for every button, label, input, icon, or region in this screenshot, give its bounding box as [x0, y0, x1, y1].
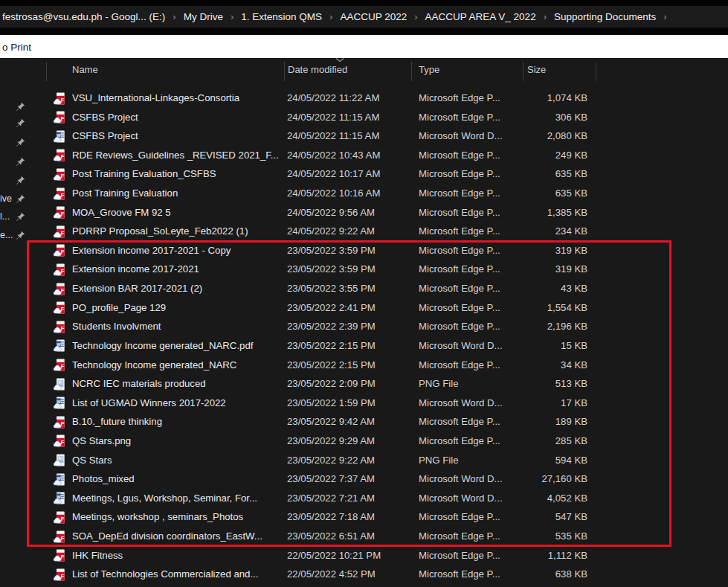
file-size: 43 KB	[487, 279, 587, 298]
png-file-icon	[54, 378, 66, 391]
file-name: B.10._future thinking	[72, 412, 280, 432]
svg-text:W: W	[57, 342, 61, 347]
file-size: 2,196 KB	[487, 317, 587, 336]
file-name: PO_profile_Page 129	[72, 298, 280, 318]
file-name: Extension BAR 2017-2021 (2)	[72, 279, 280, 298]
file-name: SOA_DepEd division coordinators_EastW...	[72, 527, 280, 546]
pdf-file-icon: F	[54, 225, 66, 238]
column-divider[interactable]	[523, 62, 524, 81]
breadcrumb-item[interactable]: AACCUP AREA V_ 2022	[425, 11, 536, 22]
file-row[interactable]: F Meetings, workshop , seminars_Photos 2…	[0, 507, 728, 527]
file-row[interactable]: F PDRRP Proposal_SoLeyte_Feb2022 (1) 24/…	[0, 222, 728, 241]
file-date-modified: 24/05/2022 11:15 AM	[287, 126, 412, 146]
file-date-modified: 23/05/2022 2:39 PM	[287, 317, 412, 336]
file-size: 319 KB	[487, 260, 587, 279]
explorer-window: festrosas@vsu.edu.ph - Googl... (E:) ›My…	[0, 0, 728, 587]
file-date-modified: 23/05/2022 9:42 AM	[287, 412, 412, 432]
file-size: 2,080 KB	[487, 126, 587, 146]
svg-text:W: W	[57, 495, 61, 499]
file-name: Post Training Evaluation	[72, 184, 280, 203]
toolbar-strip: o Print	[0, 35, 728, 58]
file-row[interactable]: QS Stars 23/05/2022 9:22 AM PNG File 594…	[0, 451, 728, 470]
file-size: 594 KB	[487, 451, 587, 470]
file-row[interactable]: F Post Training Evaluation 24/05/2022 10…	[0, 184, 728, 203]
file-row[interactable]: F Students Involvment 23/05/2022 2:39 PM…	[0, 317, 728, 336]
breadcrumb: festrosas@vsu.edu.ph - Googl... (E:) ›My…	[0, 6, 728, 28]
file-date-modified: 23/05/2022 9:22 AM	[287, 451, 412, 470]
file-date-modified: 24/05/2022 10:43 AM	[287, 146, 412, 165]
breadcrumb-item[interactable]: 1. Extension QMS	[241, 11, 322, 22]
file-size: 4,052 KB	[487, 489, 587, 508]
file-date-modified: 22/05/2022 10:21 PM	[287, 546, 412, 565]
breadcrumb-item[interactable]: My Drive	[184, 11, 223, 22]
word-file-icon: W	[54, 492, 66, 504]
file-row[interactable]: F Extension BAR 2017-2021 (2) 23/05/2022…	[0, 279, 728, 298]
pdf-file-icon: F	[54, 283, 66, 295]
file-row[interactable]: F RDE Reviews_Guidelines _REVISED 2021_F…	[0, 146, 728, 165]
breadcrumb-separator-icon: ›	[173, 11, 175, 22]
file-row[interactable]: F IHK Fitness 22/05/2022 10:21 PM Micros…	[0, 546, 728, 565]
pdf-file-icon: F	[54, 321, 66, 333]
file-name: Students Involvment	[72, 317, 280, 336]
file-size: 547 KB	[487, 507, 587, 527]
file-row[interactable]: F List of Technologies Commercialized an…	[0, 565, 728, 584]
column-header-size[interactable]: Size	[527, 64, 546, 75]
breadcrumb-item[interactable]: Supporting Documents	[554, 11, 656, 22]
file-list-pane: ive l... e... NameDate modifiedTypeSize …	[0, 58, 728, 587]
print-label-fragment[interactable]: o Print	[2, 42, 31, 53]
file-row[interactable]: W CSFBS Project 24/05/2022 11:15 AM Micr…	[0, 126, 728, 146]
file-row[interactable]: F QS Stars.png 23/05/2022 9:29 AM Micros…	[0, 432, 728, 451]
png-file-icon	[54, 454, 66, 466]
file-row[interactable]: F Extension income 2017-2021 23/05/2022 …	[0, 260, 728, 279]
file-name: Meetings, workshop , seminars_Photos	[72, 507, 280, 527]
svg-text:W: W	[57, 475, 61, 480]
file-date-modified: 23/05/2022 7:18 AM	[287, 507, 412, 527]
file-row[interactable]: F MOA_Groove FM 92 5 24/05/2022 9:56 AM …	[0, 203, 728, 222]
column-header-name[interactable]: Name	[72, 64, 98, 75]
word-file-icon: W	[54, 130, 66, 143]
file-row[interactable]: NCRC IEC materials produced 23/05/2022 2…	[0, 374, 728, 394]
file-row[interactable]: F SOA_DepEd division coordinators_EastW.…	[0, 527, 728, 546]
column-divider[interactable]	[284, 62, 285, 81]
file-date-modified: 23/05/2022 3:59 PM	[287, 260, 412, 279]
column-header-date_modified[interactable]: Date modified	[288, 64, 347, 75]
file-row[interactable]: F Technology Income generated_NARC 23/05…	[0, 356, 728, 375]
column-divider[interactable]	[411, 62, 412, 81]
file-date-modified: 23/05/2022 7:37 AM	[287, 469, 412, 489]
address-bar: festrosas@vsu.edu.ph - Googl... (E:) ›My…	[0, 0, 728, 35]
breadcrumb-item[interactable]: AACCUP 2022	[340, 11, 407, 22]
file-date-modified: 23/05/2022 2:41 PM	[287, 298, 412, 318]
file-row[interactable]: F CSFBS Project 24/05/2022 11:15 AM Micr…	[0, 108, 728, 127]
pdf-file-icon: F	[54, 149, 66, 161]
column-divider[interactable]	[596, 62, 596, 81]
file-size: 1,385 KB	[487, 203, 587, 222]
column-header-type[interactable]: Type	[419, 64, 439, 75]
file-name: CSFBS Project	[72, 126, 280, 146]
file-row[interactable]: F PO_profile_Page 129 23/05/2022 2:41 PM…	[0, 298, 728, 318]
file-size: 535 KB	[487, 527, 587, 546]
word-file-icon: W	[54, 339, 66, 352]
file-name: Technology Income generated_NARC.pdf	[72, 336, 280, 356]
file-row[interactable]: F B.10._future thinking 23/05/2022 9:42 …	[0, 412, 728, 432]
file-date-modified: 24/05/2022 9:22 AM	[287, 222, 412, 241]
file-name: QS Stars	[72, 451, 280, 470]
file-date-modified: 23/05/2022 3:59 PM	[287, 241, 412, 260]
pdf-file-icon: F	[54, 206, 66, 219]
file-row[interactable]: F VSU_International-Linkages-Consortia 2…	[0, 89, 728, 108]
pdf-file-icon: F	[54, 187, 66, 200]
file-row[interactable]: F Extension income 2017-2021 - Copy 23/0…	[0, 241, 728, 260]
file-row[interactable]: W Technology Income generated_NARC.pdf 2…	[0, 336, 728, 356]
pdf-file-icon: F	[54, 244, 66, 257]
pdf-file-icon: F	[54, 92, 66, 105]
sort-descending-icon[interactable]	[335, 57, 345, 62]
file-row[interactable]: W Meetings, Lgus, Workshop, Seminar, For…	[0, 489, 728, 508]
file-size: 249 KB	[487, 146, 587, 165]
file-size: 15 KB	[487, 336, 587, 356]
file-row[interactable]: F Post Training Evaluation_CSFBS 24/05/2…	[0, 164, 728, 184]
word-file-icon: W	[54, 397, 66, 409]
file-row[interactable]: W Photos_mixed 23/05/2022 7:37 AM Micros…	[0, 469, 728, 489]
file-row[interactable]: W List of UGMAD Winners 2017-2022 23/05/…	[0, 394, 728, 413]
file-size: 635 KB	[487, 184, 587, 203]
file-name: MOA_Groove FM 92 5	[72, 203, 280, 222]
breadcrumb-root[interactable]: festrosas@vsu.edu.ph - Googl... (E:)	[2, 11, 165, 22]
